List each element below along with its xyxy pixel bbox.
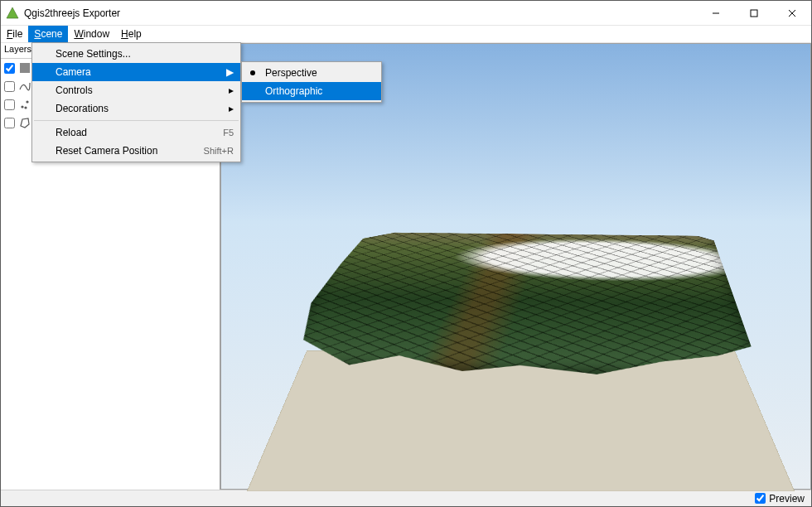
window-title: Qgis2threejs Exporter	[24, 7, 697, 19]
svg-point-11	[25, 107, 27, 109]
svg-point-10	[27, 101, 28, 103]
submenu-arrow-icon: ▸	[229, 103, 234, 114]
menu-help[interactable]: Help	[115, 26, 147, 42]
svg-marker-0	[7, 7, 18, 18]
menu-file[interactable]: File	[1, 26, 28, 42]
camera-perspective[interactable]: Perspective	[242, 64, 381, 82]
camera-submenu: Perspective Orthographic	[241, 61, 382, 103]
menu-scene-settings[interactable]: Scene Settings...	[32, 45, 240, 63]
submenu-arrow-icon: ▸	[229, 84, 234, 96]
dem-layer-icon	[18, 61, 31, 75]
menu-separator	[34, 120, 239, 121]
viewport-3d[interactable]	[220, 43, 811, 490]
layer-checkbox[interactable]	[4, 118, 15, 128]
ground-plane	[247, 350, 795, 491]
submenu-arrow-icon: ▶	[226, 66, 234, 78]
menubar: File Scene Window Help	[1, 26, 811, 43]
scene-dropdown: Scene Settings... Camera ▶ Controls ▸ De…	[31, 42, 241, 162]
menu-decorations[interactable]: Decorations ▸	[32, 99, 240, 118]
camera-orthographic[interactable]: Orthographic	[242, 82, 381, 100]
line-layer-icon	[18, 80, 31, 93]
preview-label: Preview	[769, 493, 805, 505]
checked-dot-icon	[250, 70, 255, 75]
close-button[interactable]	[773, 1, 811, 26]
titlebar: Qgis2threejs Exporter	[1, 1, 811, 26]
app-icon	[6, 7, 19, 20]
menu-reload[interactable]: Reload F5	[32, 123, 240, 142]
window-buttons	[697, 1, 811, 26]
terrain-wrap	[238, 168, 804, 422]
layer-checkbox[interactable]	[4, 99, 15, 110]
point-layer-icon	[18, 98, 31, 111]
terrain-surface	[282, 229, 762, 379]
minimize-button[interactable]	[697, 1, 735, 26]
layer-checkbox[interactable]	[4, 81, 15, 92]
svg-point-9	[22, 106, 23, 108]
svg-rect-2	[751, 10, 757, 17]
layer-checkbox[interactable]	[4, 63, 15, 74]
menu-scene[interactable]: Scene	[28, 26, 68, 42]
menu-controls[interactable]: Controls ▸	[32, 81, 240, 99]
maximize-button[interactable]	[735, 1, 773, 26]
menu-reset-camera[interactable]: Reset Camera Position Shift+R	[32, 142, 240, 160]
preview-checkbox[interactable]	[755, 493, 766, 504]
statusbar: Preview	[1, 490, 811, 506]
polygon-layer-icon	[18, 116, 31, 129]
menu-camera[interactable]: Camera ▶	[32, 63, 240, 81]
svg-rect-5	[20, 63, 30, 73]
menu-window[interactable]: Window	[68, 26, 115, 42]
